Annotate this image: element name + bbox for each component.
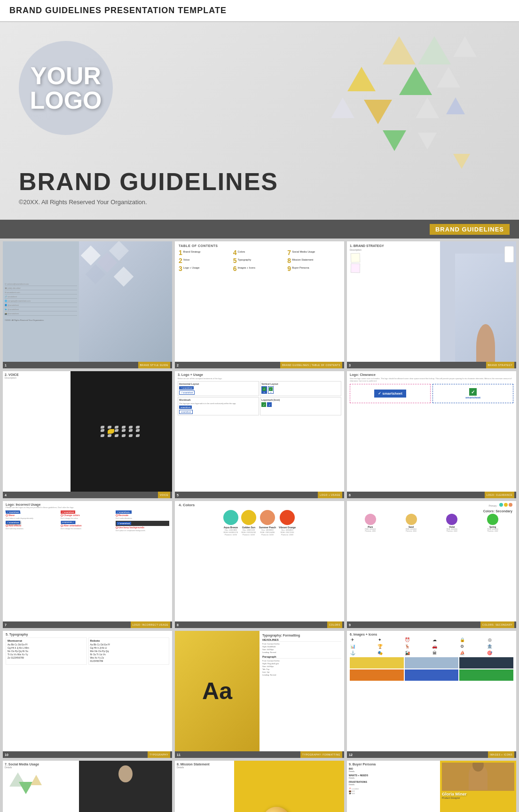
slide3-title: 1. BRAND STRATEGY [350, 244, 437, 247]
slide-1[interactable]: ☑ solution@smartsheet.com ☎ (###) ###-##… [3, 241, 172, 368]
cover-footer-label: BRAND GUIDELINES [430, 224, 510, 235]
logo-text: YOURLOGO [30, 64, 102, 112]
slide-11-num: 11 [177, 753, 181, 756]
color-swatches: Aqua Breeze Hex: #40C8B0RGB: 64/200/176P… [179, 510, 340, 536]
slide-8-label: COLORS [329, 623, 340, 626]
page-title: BRAND GUIDELINES PRESENTATION TEMPLATE [9, 6, 510, 16]
toc-grid: 1Brand Strategy 4Colors 7Social Media Us… [179, 249, 340, 272]
slide-4-label: VOICE [160, 494, 168, 496]
slide-11[interactable]: Aa Typography: Formatting HEADLINES Font… [175, 631, 344, 758]
triangle-12 [418, 133, 437, 150]
wordmark-label: Wordmark [179, 398, 258, 401]
slide10-title: 5. Typography [6, 633, 169, 636]
slide-3-label: BRAND STRATEGY [488, 364, 512, 366]
slide5-desc: Below we see all the accepted treatments… [178, 377, 341, 380]
triangle-6 [437, 67, 460, 88]
v-layout-label: Vertical Layout [261, 382, 340, 385]
slide-4-num: 4 [5, 494, 7, 497]
slide-15[interactable]: 9. Buyer Persona BIO Details WANTS + NEE… [347, 761, 516, 812]
slide8-title: 4. Colors [179, 503, 340, 507]
slide-10[interactable]: 5. Typography Montserrat Aa Bb Cc Dd Ee … [3, 631, 172, 758]
persona-avatar [442, 763, 514, 791]
slide-10-label: TYPOGRAPHY [149, 753, 168, 756]
slide-1-num: 1 [5, 364, 7, 367]
slide-5-num: 5 [177, 494, 179, 497]
slide-13[interactable]: 7. Social Media Usage Details [3, 761, 172, 812]
slide-3-num: 3 [349, 364, 351, 367]
slide4-desc: Description [5, 376, 69, 379]
primary-label: Primary: [488, 504, 497, 507]
slide13-title: 7. Social Media Usage [5, 763, 77, 766]
slide-8-num: 8 [177, 623, 179, 627]
logomark-label: Logomark (Icon) [261, 398, 340, 401]
slide-11-label: TYPOGRAPHY: FORMATTING [302, 753, 340, 756]
triangle-2 [418, 36, 451, 64]
slide-7-label: LOGO: INCORRECT USAGE [133, 623, 168, 626]
slide-3[interactable]: 1. BRAND STRATEGY Description 3 BRAND ST… [347, 241, 516, 368]
slide-6[interactable]: Logo: Clearance Give the logo some room … [347, 371, 516, 498]
slide12-title: 6. Images + Icons [350, 633, 513, 636]
triangle-10 [446, 97, 465, 114]
slide-2-label: BRAND GUIDELINES | TABLE OF CONTENTS [282, 364, 340, 366]
cover-footer: BRAND GUIDELINES [0, 220, 519, 239]
slide-5[interactable]: 3. Logo + Usage Below we see all the acc… [175, 371, 344, 498]
slide7-title: Logo: Incorrect Usage [6, 503, 169, 506]
slide-2-num: 2 [177, 364, 179, 367]
slide1-left: ☑ solution@smartsheet.com ☎ (###) ###-##… [3, 241, 79, 362]
persona-role: Product Designer [442, 796, 514, 799]
slide14-subtitle: Details [177, 766, 232, 769]
slide-12-label: IMAGES + ICONS [490, 753, 512, 756]
triangle-1 [383, 36, 416, 64]
slide-6-label: LOGO: CLEARANCE [487, 494, 512, 496]
persona-name: Gloria Miner [442, 792, 514, 796]
logo-circle: YOURLOGO [19, 41, 113, 135]
slide6-desc: Give the logo some room to breathe. The … [350, 377, 513, 382]
slide-7[interactable]: Logo: Incorrect Usage Please use the log… [3, 501, 172, 628]
slide-8[interactable]: 4. Colors Aqua Breeze Hex: #40C8B0RGB: 6… [175, 501, 344, 628]
slide-12[interactable]: 6. Images + Icons ✈ ✦ ⏰ ☁ 🔒 ◎ 📊 🏆 🦌 🚗 ⚙ … [347, 631, 516, 758]
big-aa: Aa [202, 677, 232, 705]
page-header: BRAND GUIDELINES PRESENTATION TEMPLATE [0, 0, 519, 22]
triangle-9 [416, 97, 439, 118]
slide-9-label: COLORS: SECONDARY [482, 623, 512, 626]
slide3-desc: Description [350, 248, 437, 251]
slide-14[interactable]: 8. Mission Statement Details ✦ Mission S… [175, 761, 344, 812]
slide-9[interactable]: Primary: Colors: Secondary Plum RGB: ##/… [347, 501, 516, 628]
slide15-title: 9. Buyer Persona [349, 763, 438, 766]
slide-2[interactable]: TABLE OF CONTENTS 1Brand Strategy 4Color… [175, 241, 344, 368]
slide14-title: 8. Mission Statement [177, 763, 232, 766]
slide-12-num: 12 [349, 753, 353, 756]
triangle-13 [453, 154, 470, 169]
triangles-decoration [326, 32, 505, 210]
slide-10-num: 10 [5, 753, 8, 756]
slide6-title: Logo: Clearance [350, 373, 513, 376]
slide5-title: 3. Logo + Usage [178, 373, 341, 376]
slide-7-num: 7 [5, 623, 7, 627]
triangle-8 [364, 100, 392, 124]
slide-5-label: LOGO + USAGE [320, 494, 340, 496]
triangle-11 [383, 130, 406, 151]
slide-1-label: BRAND STYLE GUIDE [140, 364, 168, 366]
slide-9-num: 9 [349, 623, 351, 627]
slide9-title: Colors: Secondary [351, 509, 512, 513]
triangle-4 [347, 67, 376, 91]
toc-title: TABLE OF CONTENTS [179, 244, 340, 247]
triangle-7 [331, 97, 354, 118]
slides-grid: ☑ solution@smartsheet.com ☎ (###) ###-##… [0, 239, 519, 812]
triangle-3 [453, 36, 477, 57]
slide13-subtitle: Details [5, 766, 77, 769]
h-layout-label: Horizontal Layout [179, 382, 258, 385]
slide-4[interactable]: 2. VOICE Description [3, 371, 172, 498]
slide4-title: 2. VOICE [5, 373, 69, 376]
cover-slide: YOURLOGO BRAND GUIDELINES ©20XX. All Rig… [0, 22, 519, 220]
triangle-5 [399, 67, 432, 95]
icons-grid: ✈ ✦ ⏰ ☁ 🔒 ◎ 📊 🏆 🦌 🚗 ⚙ 🏦 ⚓ 🎭 🚂 🏛 ⛵ 🎯 [350, 637, 513, 656]
slide7-desc: Please use the logos as they are provide… [6, 506, 169, 509]
images-grid [350, 657, 513, 681]
slide-6-num: 6 [349, 494, 351, 497]
slide11-title: Typography: Formatting [262, 634, 341, 637]
slide1-right [79, 241, 172, 362]
